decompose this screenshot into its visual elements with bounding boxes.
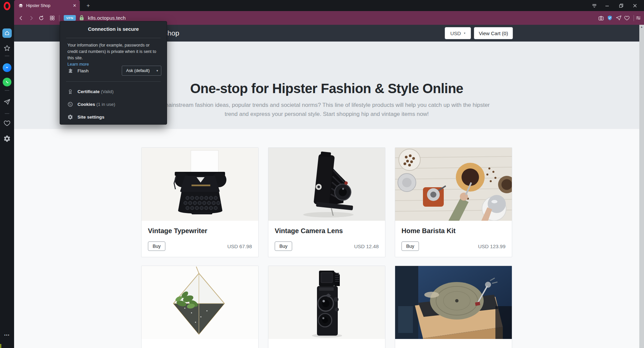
chevron-down-icon: ▾ bbox=[464, 31, 466, 35]
buy-button[interactable]: Buy bbox=[401, 241, 419, 251]
vpn-badge[interactable]: VPN bbox=[64, 15, 76, 21]
product-price: USD 67.98 bbox=[227, 243, 252, 249]
learn-more-link[interactable]: Learn more bbox=[67, 62, 89, 67]
browser-sidebar: ••• bbox=[0, 0, 14, 348]
flash-permission-dropdown[interactable]: Ask (default) ▾ bbox=[122, 66, 161, 76]
buy-button[interactable]: Buy bbox=[148, 241, 165, 251]
sidebar-divider bbox=[5, 56, 9, 56]
site-settings-row[interactable]: Site settings bbox=[60, 113, 167, 121]
shield-check-icon bbox=[607, 15, 613, 21]
popup-divider bbox=[66, 38, 161, 38]
connection-secure-popup: Connection is secure Your information (f… bbox=[60, 21, 167, 125]
tab-menu-icon bbox=[591, 3, 597, 9]
gear-icon bbox=[3, 135, 11, 142]
sidebar-divider bbox=[5, 90, 9, 91]
cookies-label: Cookies (1 in use) bbox=[77, 102, 115, 107]
sidebar-item-messenger[interactable] bbox=[0, 63, 14, 72]
page-scrollbar[interactable]: ▲ bbox=[639, 25, 644, 348]
send-plane-icon bbox=[615, 15, 622, 21]
vintage-camera-lens-photo[interactable] bbox=[268, 148, 385, 221]
tab-menu-button[interactable] bbox=[589, 0, 599, 11]
heart-icon bbox=[624, 15, 630, 21]
certificate-ribbon-icon bbox=[67, 88, 73, 94]
close-icon bbox=[633, 3, 637, 8]
product-card[interactable]: Home Barista Kit Buy USD 123.99 bbox=[395, 147, 512, 257]
window-close-button[interactable] bbox=[630, 0, 640, 11]
my-flow-button[interactable] bbox=[614, 11, 623, 25]
popup-body-line: Your information (for example, passwords… bbox=[67, 43, 156, 60]
tiles-grid-icon bbox=[49, 15, 55, 21]
tab-close-icon[interactable]: ✕ bbox=[73, 3, 76, 8]
messenger-icon bbox=[3, 63, 11, 72]
product-card[interactable]: Vintage Typewriter Buy USD 67.98 bbox=[141, 147, 259, 257]
flash-dropdown-value: Ask (default) bbox=[126, 68, 150, 73]
sidebar-item-whatsapp[interactable] bbox=[0, 78, 14, 86]
minimize-icon bbox=[605, 3, 609, 8]
product-name[interactable]: Home Barista Kit bbox=[401, 227, 505, 235]
product-card[interactable]: Vintage Camera Lens Buy USD 12.48 bbox=[268, 147, 385, 257]
corner-sliver bbox=[0, 344, 1, 348]
product-name[interactable]: Vintage Camera Lens bbox=[275, 227, 379, 235]
certificate-row[interactable]: Certificate (Valid) bbox=[60, 87, 167, 96]
chevron-down-icon: ▾ bbox=[156, 69, 158, 72]
reload-icon bbox=[38, 15, 44, 21]
speed-dial-button[interactable] bbox=[48, 11, 56, 25]
product-card[interactable] bbox=[395, 266, 512, 348]
ellipsis-icon: ••• bbox=[4, 333, 10, 337]
site-settings-label: Site settings bbox=[77, 115, 104, 120]
star-icon bbox=[3, 45, 11, 52]
paper-plane-icon bbox=[3, 98, 11, 106]
adblock-shield-button[interactable] bbox=[605, 11, 614, 25]
view-cart-button[interactable]: View Cart (0) bbox=[474, 27, 513, 39]
bookmark-heart-button[interactable] bbox=[623, 11, 631, 25]
easy-setup-button[interactable] bbox=[634, 11, 643, 25]
product-card[interactable] bbox=[268, 266, 385, 348]
cookie-icon bbox=[67, 101, 73, 107]
snapshot-button[interactable] bbox=[597, 11, 605, 25]
sidebar-item-settings[interactable] bbox=[0, 134, 14, 143]
vintage-typewriter-photo[interactable] bbox=[142, 148, 258, 221]
product-price: USD 12.48 bbox=[354, 243, 379, 249]
sidebar-item-start-page[interactable] bbox=[0, 28, 14, 38]
window-maximize-button[interactable] bbox=[616, 0, 626, 11]
product-card[interactable] bbox=[141, 266, 259, 348]
restore-icon bbox=[619, 3, 624, 8]
cookies-text: Cookies bbox=[77, 102, 95, 107]
opera-logo[interactable] bbox=[0, 2, 14, 10]
lock-icon bbox=[79, 15, 85, 21]
back-button[interactable] bbox=[17, 11, 25, 25]
window-minimize-button[interactable] bbox=[602, 0, 612, 11]
scroll-up-arrow-icon[interactable]: ▲ bbox=[639, 25, 644, 28]
heart-icon bbox=[3, 120, 11, 127]
sidebar-item-favorites[interactable] bbox=[0, 119, 14, 128]
forward-icon bbox=[28, 15, 34, 21]
new-tab-button[interactable]: + bbox=[83, 0, 93, 11]
certificate-label: Certificate (Valid) bbox=[77, 89, 114, 94]
currency-value: USD bbox=[450, 30, 461, 36]
turntable-photo[interactable] bbox=[395, 266, 512, 339]
sidebar-divider bbox=[5, 113, 9, 114]
home-barista-kit-photo[interactable] bbox=[395, 148, 512, 221]
twin-lens-camera-photo[interactable] bbox=[268, 266, 385, 339]
currency-select[interactable]: USD ▾ bbox=[445, 27, 471, 39]
reload-button[interactable] bbox=[37, 11, 46, 25]
tab-hipster-shop[interactable]: Hipster Shop ✕ bbox=[14, 0, 80, 11]
popup-divider bbox=[66, 81, 161, 82]
tab-bar: Hipster Shop ✕ + bbox=[14, 0, 644, 11]
gear-icon bbox=[67, 114, 73, 120]
product-name[interactable]: Vintage Typewriter bbox=[148, 227, 252, 235]
popup-title: Connection is secure bbox=[60, 26, 167, 32]
puzzle-piece-icon bbox=[67, 68, 73, 74]
product-price: USD 123.99 bbox=[478, 243, 505, 249]
buy-button[interactable]: Buy bbox=[275, 241, 292, 251]
cookies-status: (1 in use) bbox=[95, 102, 115, 107]
sidebar-more-button[interactable]: ••• bbox=[0, 332, 14, 338]
sidebar-item-bookmarks[interactable] bbox=[0, 44, 14, 53]
forward-button[interactable] bbox=[27, 11, 36, 25]
certificate-text: Certificate bbox=[77, 89, 100, 94]
back-icon bbox=[18, 15, 24, 21]
sidebar-item-telegram[interactable] bbox=[0, 97, 14, 106]
geometric-terrarium-photo[interactable] bbox=[142, 266, 258, 339]
sliders-icon bbox=[635, 15, 641, 21]
cookies-row[interactable]: Cookies (1 in use) bbox=[60, 100, 167, 109]
